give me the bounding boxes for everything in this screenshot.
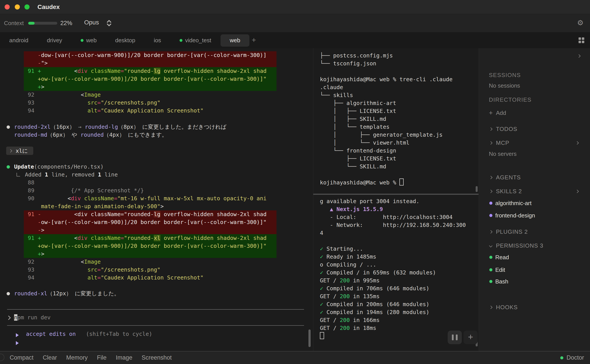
terminal-line: g available port 3004 instead. [320, 197, 466, 205]
sidebar-item-frontend-design[interactable]: frontend-design [479, 212, 590, 219]
sidebar-header-sessions: SESSIONS [479, 72, 590, 78]
text-cursor: n [14, 314, 17, 321]
terminal-cursor [399, 178, 404, 186]
terminal-panel: ├── postcss.config.mjs└── tsconfig.json … [313, 48, 478, 351]
chevron-right-icon [489, 306, 493, 309]
sidebar-collapse-icon[interactable] [577, 54, 581, 58]
sidebar-section-agents[interactable]: AGENTS [479, 174, 590, 181]
plus-icon: + [489, 109, 493, 117]
status-button-screenshot[interactable]: Screenshot [142, 354, 172, 361]
terminal-line: .claude [320, 83, 453, 91]
chevron-right-icon[interactable] [576, 141, 579, 145]
status-button-clear[interactable]: Clear [43, 354, 57, 361]
sidebar-item-read[interactable]: Read [479, 254, 590, 261]
pause-button[interactable] [448, 331, 462, 344]
sidebar-section-todos[interactable]: TODOS [479, 125, 590, 132]
chevron-up-down-icon[interactable] [106, 19, 112, 27]
code-text: +ow-[var(--color-warm-900)]/20 border bo… [28, 76, 267, 82]
input-divider [7, 309, 304, 310]
close-window-button[interactable] [5, 4, 10, 9]
code-line: 94 alt="Caudex Application Screenshot" [24, 274, 276, 282]
model-select[interactable]: Opus [84, 19, 99, 26]
diff-added-block: 91 + <div className="rounded-lg overflow… [24, 67, 276, 91]
tab-label: android [9, 37, 28, 44]
tab-desktop[interactable]: desktop [106, 34, 145, 47]
section-header-label: SESSIONS [489, 72, 521, 78]
item-label: frontend-design [495, 212, 535, 219]
code-line: -> [24, 226, 276, 234]
sidebar-item-algorithmic-art[interactable]: algorithmic-art [479, 200, 590, 207]
terminal-line: ✓ Compiled / in 659ms (632 modules) [320, 269, 466, 277]
chevron-down-icon [489, 244, 493, 247]
tab-web[interactable]: web [221, 34, 250, 47]
scrollbar-thumb[interactable] [476, 186, 478, 192]
code-line: 91 + <div className="rounded-xl overflow… [24, 234, 276, 242]
chevron-right-icon [489, 141, 493, 145]
sidebar-section-hooks[interactable]: HOOKS [479, 304, 590, 311]
transcript-gap [0, 115, 313, 123]
command-input-text[interactable]: npm run dev [14, 314, 51, 322]
gear-icon[interactable]: ⚙ [576, 19, 585, 27]
status-button-file[interactable]: File [97, 354, 107, 361]
item-label: Edit [495, 266, 505, 273]
terminal-line: ├── algorithmic-art [320, 99, 453, 107]
status-button-image[interactable]: Image [116, 354, 132, 361]
chevron-right-icon [489, 176, 493, 179]
scrollbar-thumb[interactable] [308, 329, 311, 347]
new-tab-button[interactable]: + [249, 34, 258, 46]
tab-web[interactable]: web [71, 34, 106, 47]
transcript: -dow-[var(--color-warm-900)]/20 border b… [0, 48, 313, 313]
terminal-line: ✓ Starting... [320, 245, 466, 253]
sidebar-section-skills[interactable]: SKILLS 2 [479, 188, 590, 195]
sidebar-action-add[interactable]: +Add [479, 109, 590, 117]
terminal-line: └── skills [320, 91, 453, 99]
message-text: rounded-xl（12px） に変更しました。 [14, 290, 120, 297]
context-label: Context [4, 20, 24, 27]
code-text: -dow-[var(--color-warm-900)]/20 border b… [28, 52, 267, 58]
code-text: 91 + <div className="rounded-lg overflow… [28, 68, 267, 74]
terminal-line: │ └── templates [320, 123, 453, 131]
terminal-line: 4 [320, 229, 466, 237]
sidebar-section-plugins[interactable]: PLUGINS 2 [479, 228, 590, 235]
terminal-line: o Compiling / ... [320, 261, 466, 269]
terminal-line: GET / 200 in 135ms [320, 292, 466, 300]
code-line: +ow-[var(--color-warm-900)]/20 border bo… [24, 242, 276, 250]
tab-android[interactable]: android [0, 34, 38, 47]
doctor-status[interactable]: Doctor [560, 351, 584, 364]
message-text: rounded-md（6px） や rounded（4px） にもできます。 [14, 132, 167, 138]
minimize-window-button[interactable] [15, 4, 20, 9]
item-dot-icon [489, 214, 492, 217]
summary-text: Added 1 line, removed 1 line [17, 171, 118, 178]
terminal-top[interactable]: ├── postcss.config.mjs└── tsconfig.json … [320, 52, 453, 186]
tab-video_test[interactable]: video_test [170, 34, 221, 47]
terminal-split-handle[interactable] [313, 194, 478, 195]
sidebar-item-edit[interactable]: Edit [479, 266, 590, 273]
tab-drivey[interactable]: drivey [38, 34, 71, 47]
chevron-right-icon [489, 230, 493, 234]
maximize-window-button[interactable] [24, 4, 29, 9]
code-line: mate-fade-in-up animation-delay-500"> [24, 202, 276, 210]
code-text: 91 - <div className="rounded-lg overflow… [28, 211, 267, 217]
terminal-line: ✓ Compiled in 194ms (280 modules) [320, 308, 466, 316]
add-terminal-button[interactable]: + [463, 331, 478, 344]
code-text: +> [28, 251, 44, 257]
layout-grid-icon[interactable] [578, 37, 584, 43]
status-button-compact[interactable]: Compact [10, 354, 34, 361]
terminal-bottom[interactable]: g available port 3004 instead. ▲ Next.js… [320, 197, 466, 340]
status-button-memory[interactable]: Memory [66, 354, 88, 361]
sidebar-item-bash[interactable]: Bash [479, 278, 590, 285]
context-progress-bar [28, 22, 57, 25]
terminal-line: └── frontend-design [320, 147, 453, 155]
code-text: +ow-[var(--color-warm-900)]/20 border bo… [28, 243, 267, 249]
status-bar: CompactClearMemoryFileImageScreenshot Do… [0, 351, 590, 364]
terminal-line [320, 332, 466, 340]
context-percent: 22% [60, 20, 72, 27]
tool-call-text: Update(components/Hero.tsx) [14, 163, 104, 170]
tab-ios[interactable]: ios [145, 34, 170, 47]
tab-label: web [230, 37, 240, 44]
sidebar-section-permissions[interactable]: PERMISSIONS 3 [479, 242, 590, 249]
chevron-right-icon[interactable] [576, 190, 579, 193]
sidebar-section-mcp[interactable]: MCP [479, 139, 590, 146]
section-label: PLUGINS 2 [496, 228, 528, 235]
chevron-right-icon [9, 149, 12, 153]
